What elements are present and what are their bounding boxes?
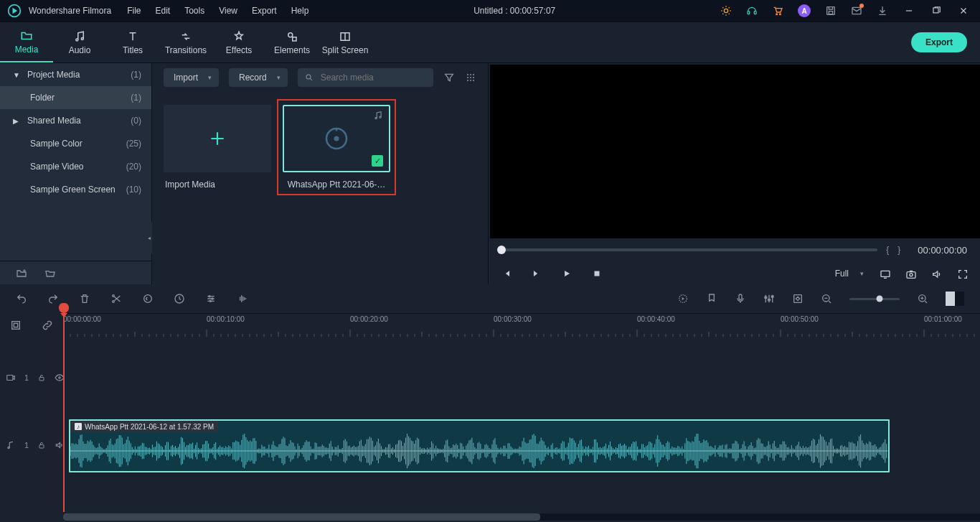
timeline-view-toggle[interactable] xyxy=(946,292,964,306)
zoom-out-icon[interactable] xyxy=(821,293,832,304)
svg-rect-31 xyxy=(907,272,915,279)
menu-file[interactable]: File xyxy=(127,6,141,16)
browser-toolbar: Import ▾ Record ▾ xyxy=(152,63,488,92)
tab-media[interactable]: Media xyxy=(0,22,53,62)
audio-mixer-icon[interactable] xyxy=(763,293,775,304)
preview-quality-select[interactable]: Full▾ xyxy=(835,269,864,279)
sidebar-item-sample-green[interactable]: Sample Green Screen (10) xyxy=(0,178,151,201)
tab-audio[interactable]: Audio xyxy=(53,22,106,62)
sidebar-item-sample-video[interactable]: Sample Video (20) xyxy=(0,155,151,178)
import-dropdown-label: Import xyxy=(174,73,198,83)
zoom-slider[interactable] xyxy=(849,298,900,300)
menu-edit[interactable]: Edit xyxy=(156,6,171,16)
tab-effects[interactable]: Effects xyxy=(212,22,265,62)
app-name: Wondershare Filmora xyxy=(29,6,111,16)
caret-down-icon: ▾ xyxy=(208,74,212,81)
speed-icon[interactable] xyxy=(174,293,185,304)
cart-icon[interactable] xyxy=(772,5,783,17)
ruler-major-label: 00:01:00:00 xyxy=(924,315,962,323)
scrubber-handle[interactable] xyxy=(497,246,506,254)
prev-frame-button[interactable] xyxy=(501,269,512,279)
voiceover-icon[interactable] xyxy=(735,293,746,304)
tab-split-screen[interactable]: Split Screen xyxy=(319,22,372,62)
track-options-icon[interactable] xyxy=(10,320,22,331)
sidebar-collapse-handle[interactable]: ◂ xyxy=(146,221,152,254)
play-button[interactable] xyxy=(562,269,572,279)
caret-down-icon: ▼ xyxy=(13,71,20,79)
video-track-header[interactable]: 1 xyxy=(0,350,69,405)
search-icon xyxy=(305,73,314,83)
filter-icon[interactable] xyxy=(443,72,455,83)
link-icon[interactable] xyxy=(42,320,53,331)
open-folder-icon[interactable] xyxy=(44,268,56,279)
render-preview-icon[interactable] xyxy=(677,293,689,304)
next-frame-button[interactable] xyxy=(532,269,542,279)
tab-elements[interactable]: Elements xyxy=(265,22,319,62)
audio-wave-icon[interactable] xyxy=(237,293,248,304)
message-icon[interactable] xyxy=(851,5,862,17)
plus-icon xyxy=(208,129,227,148)
tab-transitions[interactable]: Transitions xyxy=(159,22,212,62)
svg-point-37 xyxy=(209,296,210,297)
audio-track-lane[interactable]: ♪ WhatsApp Ptt 2021-06-12 at 1.57.32 PM xyxy=(69,418,980,472)
user-avatar[interactable]: A xyxy=(798,4,811,17)
save-icon[interactable] xyxy=(825,5,837,17)
window-minimize-button[interactable] xyxy=(903,4,915,17)
music-note-icon: ♪ xyxy=(75,423,82,430)
record-dropdown[interactable]: Record ▾ xyxy=(229,68,288,87)
timeline-ruler[interactable]: 00:00:00:0000:00:10:0000:00:20:0000:00:3… xyxy=(63,313,980,337)
preview-scrubber[interactable] xyxy=(501,248,877,251)
menu-help[interactable]: Help xyxy=(291,6,309,16)
lock-icon[interactable] xyxy=(37,373,46,382)
delete-icon[interactable] xyxy=(79,293,90,304)
grid-view-icon[interactable] xyxy=(465,72,476,83)
split-icon[interactable] xyxy=(110,293,122,304)
redo-icon[interactable] xyxy=(47,293,59,304)
sidebar-item-label: Sample Color xyxy=(30,139,83,149)
undo-icon[interactable] xyxy=(16,293,27,304)
import-dropdown[interactable]: Import ▾ xyxy=(164,68,219,87)
sidebar-item-folder[interactable]: Folder (1) xyxy=(0,86,151,109)
new-folder-icon[interactable] xyxy=(16,268,27,279)
zoom-in-icon[interactable] xyxy=(917,293,928,304)
download-icon[interactable] xyxy=(877,5,888,17)
menu-export[interactable]: Export xyxy=(252,6,277,16)
display-icon[interactable] xyxy=(880,269,890,279)
window-close-button[interactable] xyxy=(957,4,970,17)
sidebar-item-shared-media[interactable]: ▶Shared Media (0) xyxy=(0,109,151,132)
svg-rect-30 xyxy=(881,271,890,276)
snapshot-icon[interactable] xyxy=(905,269,915,279)
lock-icon[interactable] xyxy=(37,441,46,449)
import-media-tile[interactable]: Import Media xyxy=(164,105,271,190)
sidebar-item-sample-color[interactable]: Sample Color (25) xyxy=(0,132,151,155)
svg-point-1 xyxy=(724,9,727,12)
timeline-horizontal-scrollbar[interactable] xyxy=(63,513,980,521)
crop-icon[interactable] xyxy=(142,293,154,304)
scrollbar-thumb[interactable] xyxy=(63,513,540,521)
media-tile-audio[interactable]: ✓ WhatsApp Ptt 2021-06-… xyxy=(283,105,390,190)
stop-button[interactable] xyxy=(592,269,602,279)
marker-icon[interactable] xyxy=(706,293,717,304)
fullscreen-icon[interactable] xyxy=(957,269,967,279)
video-track-icon xyxy=(6,373,16,383)
search-media-input[interactable] xyxy=(298,68,433,87)
tips-icon[interactable] xyxy=(720,5,732,17)
timeline-toolbar xyxy=(0,284,980,313)
sidebar-item-project-media[interactable]: ▼Project Media (1) xyxy=(0,63,151,86)
search-media-field[interactable] xyxy=(319,72,426,83)
volume-icon[interactable] xyxy=(931,269,941,279)
audio-track-header[interactable]: 1 xyxy=(0,418,69,472)
adjust-icon[interactable] xyxy=(205,293,217,304)
menu-view[interactable]: View xyxy=(219,6,237,16)
keyframe-icon[interactable] xyxy=(792,293,804,304)
audio-clip[interactable]: ♪ WhatsApp Ptt 2021-06-12 at 1.57.32 PM xyxy=(69,419,890,472)
mark-in-out-icon[interactable]: {} xyxy=(886,245,909,255)
export-button[interactable]: Export xyxy=(911,32,967,52)
window-maximize-button[interactable] xyxy=(930,4,943,17)
menu-tools[interactable]: Tools xyxy=(184,6,204,16)
support-headset-icon[interactable] xyxy=(746,5,758,17)
playhead[interactable] xyxy=(63,312,65,512)
media-sidebar: ▼Project Media (1) Folder (1) ▶Shared Me… xyxy=(0,63,152,286)
tab-titles[interactable]: Titles xyxy=(106,22,159,62)
video-track-lane[interactable] xyxy=(69,350,980,405)
